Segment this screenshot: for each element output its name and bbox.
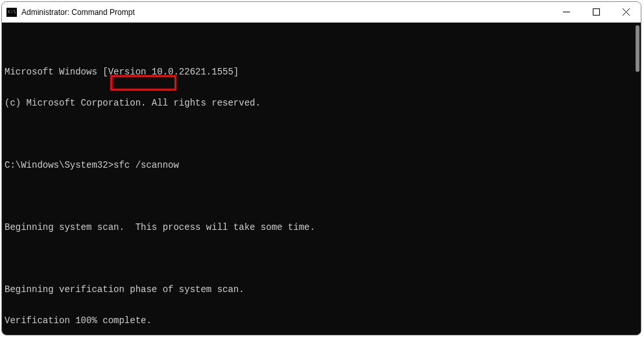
output-line [5,129,633,139]
window-title: Administrator: Command Prompt [21,8,135,17]
command-prompt-window: c:\ Administrator: Command Prompt Micros… [1,1,641,335]
close-button[interactable] [611,2,641,23]
maximize-button[interactable] [581,2,611,23]
scrollbar-thumb[interactable] [636,25,639,72]
cmd-icon: c:\ [6,7,18,17]
output-line: Verification 100% complete. [5,315,633,326]
output-line: Microsoft Windows [Version 10.0.22621.15… [5,67,633,77]
terminal-area[interactable]: Microsoft Windows [Version 10.0.22621.15… [2,23,641,335]
output-line: Beginning verification phase of system s… [5,284,633,295]
minimize-button[interactable] [551,2,581,23]
svg-rect-4 [593,9,599,16]
output-line [5,191,633,201]
svg-text:c:\: c:\ [8,9,16,14]
titlebar[interactable]: c:\ Administrator: Command Prompt [2,2,641,23]
output-line: Beginning system scan. This process will… [5,222,633,232]
output-line [5,253,633,264]
scrollbar[interactable] [632,23,641,335]
terminal-output: Microsoft Windows [Version 10.0.22621.15… [5,46,641,335]
output-line: (c) Microsoft Corporation. All rights re… [5,98,633,108]
prompt-line: C:\Windows\System32>sfc /scannow [5,160,633,170]
